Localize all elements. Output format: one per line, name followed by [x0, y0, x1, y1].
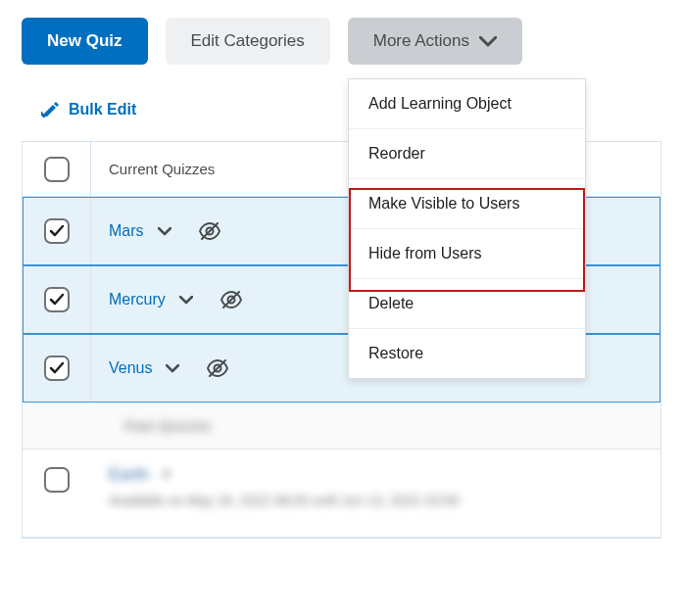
- chevron-down-icon[interactable]: ▾: [163, 465, 171, 485]
- row-checkbox[interactable]: [44, 467, 70, 493]
- row-checkbox[interactable]: [44, 355, 70, 381]
- section-label: Past Quizzes: [124, 417, 211, 434]
- menu-item-make-visible[interactable]: Make Visible to Users: [349, 179, 585, 229]
- column-header-title: Current Quizzes: [91, 161, 215, 177]
- chevron-down-icon[interactable]: [166, 359, 179, 377]
- table-row: Earth ▾ Available on May 16, 2022 08:05 …: [23, 450, 660, 538]
- more-actions-button[interactable]: More Actions: [348, 18, 522, 65]
- menu-item-reorder[interactable]: Reorder: [349, 129, 585, 179]
- row-checkbox[interactable]: [44, 218, 70, 244]
- menu-item-restore[interactable]: Restore: [349, 329, 585, 378]
- more-actions-menu: Add Learning Object Reorder Make Visible…: [348, 78, 586, 379]
- hidden-icon: [220, 291, 242, 308]
- menu-item-delete[interactable]: Delete: [349, 279, 585, 329]
- chevron-down-icon: [479, 36, 497, 47]
- menu-item-add-learning-object[interactable]: Add Learning Object: [349, 79, 585, 129]
- quiz-link[interactable]: Earth: [109, 465, 149, 485]
- quiz-availability-text: Available on May 16, 2022 08:05 until Ju…: [109, 493, 459, 508]
- hidden-icon: [207, 359, 228, 377]
- edit-categories-button[interactable]: Edit Categories: [166, 18, 330, 65]
- menu-item-hide[interactable]: Hide from Users: [349, 229, 585, 279]
- new-quiz-button[interactable]: New Quiz: [22, 18, 148, 65]
- bulk-edit-link[interactable]: Bulk Edit: [41, 100, 136, 119]
- section-header: Past Quizzes: [23, 403, 660, 450]
- more-actions-label: More Actions: [373, 31, 469, 51]
- chevron-down-icon[interactable]: [179, 291, 193, 308]
- bulk-edit-label: Bulk Edit: [69, 101, 136, 118]
- quiz-link[interactable]: Mars: [109, 222, 144, 240]
- hidden-icon: [199, 222, 220, 240]
- row-checkbox[interactable]: [44, 287, 70, 312]
- quiz-link[interactable]: Mercury: [109, 291, 166, 308]
- select-all-checkbox[interactable]: [44, 157, 70, 182]
- quiz-link[interactable]: Venus: [109, 359, 152, 377]
- chevron-down-icon[interactable]: [158, 222, 171, 240]
- pencil-icon: [41, 100, 61, 119]
